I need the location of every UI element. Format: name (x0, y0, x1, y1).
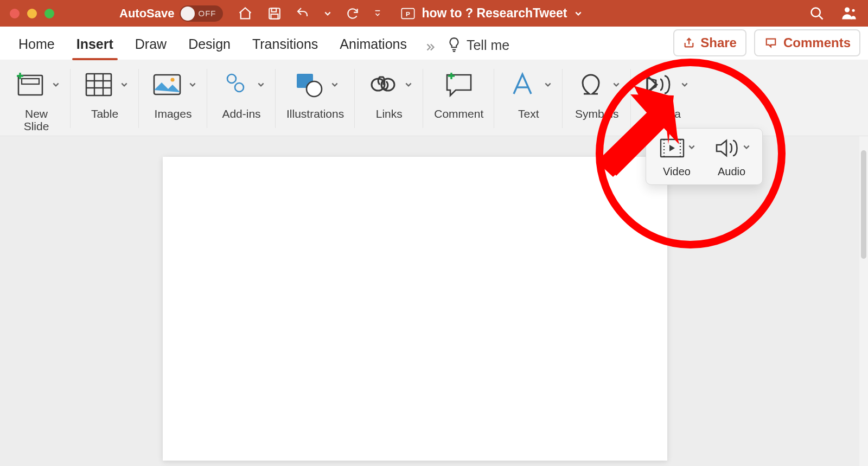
comments-label: Comments (783, 35, 851, 50)
group-symbols: Symbols (563, 63, 631, 136)
symbols-button[interactable] (573, 69, 608, 100)
tab-home[interactable]: Home (8, 29, 66, 60)
tab-transitions-label: Transitions (252, 36, 318, 52)
autosave-label: AutoSave (119, 7, 174, 21)
group-links: Links (355, 63, 423, 136)
group-illustrations: Illustrations (276, 63, 355, 136)
quick-access-toolbar (237, 6, 381, 21)
symbols-dropdown-icon[interactable] (612, 81, 620, 88)
group-links-label: Links (376, 108, 403, 120)
addins-dropdown-icon[interactable] (257, 81, 265, 88)
tab-animations-label: Animations (340, 36, 407, 52)
links-button[interactable] (366, 69, 400, 100)
tab-insert[interactable]: Insert (66, 29, 124, 60)
media-audio-button[interactable]: Audio (704, 135, 759, 180)
vertical-scrollbar[interactable] (859, 136, 868, 466)
group-addins: Add-ins (207, 63, 276, 136)
comment-button[interactable] (442, 69, 476, 100)
group-comment: Comment (423, 63, 494, 136)
group-images: Images (139, 63, 207, 136)
tab-home-label: Home (18, 36, 55, 52)
traffic-minimize-dot[interactable] (27, 9, 37, 18)
addins-button[interactable] (218, 69, 253, 100)
media-dropdown: Video Audio (646, 128, 763, 185)
new-slide-dropdown-icon[interactable] (52, 81, 60, 88)
group-new-slide: New Slide (2, 63, 71, 136)
video-icon (659, 137, 686, 159)
illustrations-dropdown-icon[interactable] (331, 81, 339, 88)
text-button[interactable] (505, 69, 540, 100)
tab-design-label: Design (188, 36, 231, 52)
table-dropdown-icon[interactable] (120, 81, 128, 88)
svg-text:P: P (406, 10, 411, 17)
table-button[interactable] (81, 69, 116, 100)
powerpoint-file-icon: P (400, 6, 416, 21)
tab-design[interactable]: Design (177, 29, 241, 60)
ribbon-insert: New Slide Table Images Add-ins (0, 60, 868, 136)
group-table-label: Table (91, 108, 118, 120)
images-button[interactable] (150, 69, 184, 100)
comments-button[interactable]: Comments (754, 29, 860, 56)
share-label: Share (700, 35, 737, 50)
media-button[interactable] (642, 69, 676, 100)
illustrations-button[interactable] (292, 69, 327, 100)
window-control-dots (10, 9, 54, 18)
media-video-button[interactable]: Video (649, 135, 704, 180)
media-dropdown-icon[interactable] (681, 81, 688, 88)
group-addins-label: Add-ins (222, 108, 260, 120)
svg-point-15 (307, 81, 322, 97)
text-dropdown-icon[interactable] (544, 81, 552, 88)
svg-rect-10 (22, 79, 39, 84)
group-images-label: Images (155, 108, 192, 120)
home-icon[interactable] (237, 6, 253, 21)
svg-rect-2 (271, 14, 278, 19)
titlebar-right (809, 5, 858, 22)
group-comment-label: Comment (434, 108, 483, 120)
document-title[interactable]: how to ? ResearchTweet (422, 6, 567, 21)
search-icon[interactable] (809, 6, 825, 21)
svg-rect-11 (86, 74, 111, 95)
autosave-toggle[interactable]: OFF (180, 5, 223, 22)
account-icon[interactable] (840, 5, 858, 22)
traffic-zoom-dot[interactable] (44, 9, 54, 18)
autosave-toggle-knob (181, 7, 195, 21)
media-video-caret-icon[interactable] (688, 143, 695, 153)
document-title-dropdown-icon[interactable] (575, 10, 582, 17)
svg-point-7 (845, 7, 850, 12)
autosave-toggle-group: AutoSave OFF (119, 5, 223, 22)
undo-dropdown-icon[interactable] (324, 10, 331, 17)
tab-draw[interactable]: Draw (124, 29, 177, 60)
svg-point-13 (170, 78, 174, 81)
new-slide-button[interactable] (13, 69, 48, 100)
media-audio-caret-icon[interactable] (743, 143, 750, 153)
group-symbols-label: Symbols (575, 108, 619, 120)
traffic-close-dot[interactable] (10, 9, 20, 18)
autosave-state: OFF (198, 9, 216, 18)
qat-customize-icon[interactable] (374, 10, 381, 17)
document-title-group: P how to ? ResearchTweet (400, 6, 582, 21)
group-table: Table (71, 63, 139, 136)
links-dropdown-icon[interactable] (405, 81, 412, 88)
svg-point-8 (852, 9, 855, 11)
tab-transitions[interactable]: Transitions (241, 29, 329, 60)
audio-icon (713, 137, 741, 159)
group-text: Text (494, 63, 563, 136)
undo-icon[interactable] (296, 7, 310, 20)
scrollbar-thumb[interactable] (861, 150, 866, 259)
share-button[interactable]: Share (673, 29, 746, 56)
svg-rect-3 (375, 10, 380, 11)
media-audio-label: Audio (718, 165, 745, 178)
slide-canvas-area (0, 136, 868, 466)
slide[interactable] (163, 157, 667, 461)
tell-me-label: Tell me (467, 37, 509, 53)
media-video-label: Video (663, 165, 691, 178)
tell-me[interactable]: Tell me (443, 30, 514, 60)
repeat-icon[interactable] (346, 7, 360, 21)
tabs-overflow[interactable] (418, 35, 443, 60)
group-media: Media (631, 63, 710, 136)
images-dropdown-icon[interactable] (189, 81, 196, 88)
tab-animations[interactable]: Animations (329, 29, 418, 60)
save-icon[interactable] (267, 7, 282, 21)
group-media-label: Media (650, 108, 681, 120)
group-illustrations-label: Illustrations (286, 108, 344, 120)
